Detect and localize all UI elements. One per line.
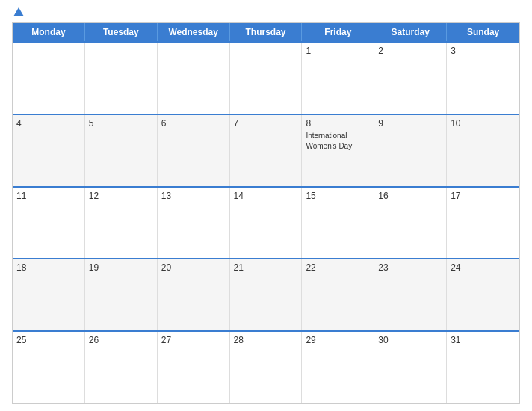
cal-header-cell: Sunday bbox=[447, 23, 519, 41]
day-number: 31 bbox=[451, 335, 516, 345]
cal-week: 11121314151617 bbox=[13, 186, 519, 259]
day-number: 22 bbox=[306, 262, 370, 273]
day-number: 2 bbox=[378, 46, 442, 56]
day-number: 5 bbox=[89, 118, 153, 129]
day-number: 8 bbox=[306, 118, 370, 129]
day-number: 13 bbox=[161, 191, 226, 201]
cal-cell: 6 bbox=[158, 115, 230, 186]
cal-cell: 15 bbox=[302, 188, 374, 259]
day-number: 18 bbox=[16, 262, 81, 273]
cal-week: 25262728293031 bbox=[13, 330, 519, 403]
day-number: 24 bbox=[451, 262, 516, 273]
day-number: 28 bbox=[234, 335, 298, 345]
cal-cell: 8International Women's Day bbox=[302, 115, 374, 186]
cal-week: 123 bbox=[13, 41, 519, 114]
cal-header-cell: Thursday bbox=[230, 23, 303, 41]
day-number: 7 bbox=[234, 118, 298, 129]
day-number: 23 bbox=[378, 262, 442, 273]
day-number: 15 bbox=[306, 191, 370, 201]
cal-cell: 20 bbox=[158, 259, 230, 330]
cal-cell: 23 bbox=[374, 259, 447, 330]
cal-cell: 19 bbox=[85, 259, 158, 330]
cal-header-cell: Saturday bbox=[374, 23, 447, 41]
cal-cell bbox=[158, 43, 230, 114]
cal-cell: 3 bbox=[447, 43, 519, 114]
cal-cell bbox=[230, 43, 303, 114]
cal-cell: 11 bbox=[13, 188, 85, 259]
cal-cell: 18 bbox=[13, 259, 85, 330]
cal-cell: 25 bbox=[13, 332, 85, 403]
day-number: 17 bbox=[451, 191, 516, 201]
cal-cell: 17 bbox=[447, 188, 519, 259]
day-number: 10 bbox=[451, 118, 516, 129]
cal-cell: 1 bbox=[302, 43, 374, 114]
cal-cell: 22 bbox=[302, 259, 374, 330]
day-number: 6 bbox=[161, 118, 226, 129]
cal-cell bbox=[85, 43, 158, 114]
cal-cell: 24 bbox=[447, 259, 519, 330]
day-number: 11 bbox=[16, 191, 81, 201]
day-number: 25 bbox=[16, 335, 81, 345]
cal-cell: 12 bbox=[85, 188, 158, 259]
cal-cell: 30 bbox=[374, 332, 447, 403]
header bbox=[12, 7, 520, 18]
day-number: 20 bbox=[161, 262, 226, 273]
calendar-header: MondayTuesdayWednesdayThursdayFridaySatu… bbox=[13, 23, 519, 41]
cal-cell: 27 bbox=[158, 332, 230, 403]
logo-triangle-icon bbox=[13, 7, 24, 16]
cal-cell: 26 bbox=[85, 332, 158, 403]
cal-header-cell: Friday bbox=[302, 23, 374, 41]
day-number: 16 bbox=[378, 191, 442, 201]
calendar-page: MondayTuesdayWednesdayThursdayFridaySatu… bbox=[0, 0, 532, 411]
cal-cell: 5 bbox=[85, 115, 158, 186]
cal-header-cell: Wednesday bbox=[158, 23, 230, 41]
cal-cell: 29 bbox=[302, 332, 374, 403]
event-label: International Women's Day bbox=[306, 132, 352, 150]
cal-cell: 7 bbox=[230, 115, 303, 186]
day-number: 26 bbox=[89, 335, 153, 345]
day-number: 3 bbox=[451, 46, 516, 56]
logo bbox=[12, 7, 24, 18]
day-number: 21 bbox=[234, 262, 298, 273]
day-number: 1 bbox=[306, 46, 370, 56]
day-number: 4 bbox=[16, 118, 81, 129]
cal-week: 45678International Women's Day910 bbox=[13, 114, 519, 186]
day-number: 27 bbox=[161, 335, 226, 345]
day-number: 29 bbox=[306, 335, 370, 345]
cal-cell: 31 bbox=[447, 332, 519, 403]
day-number: 19 bbox=[89, 262, 153, 273]
cal-cell: 10 bbox=[447, 115, 519, 186]
cal-cell: 16 bbox=[374, 188, 447, 259]
cal-cell: 4 bbox=[13, 115, 85, 186]
cal-header-cell: Tuesday bbox=[85, 23, 158, 41]
cal-cell: 14 bbox=[230, 188, 303, 259]
cal-cell bbox=[13, 43, 85, 114]
cal-cell: 21 bbox=[230, 259, 303, 330]
cal-header-cell: Monday bbox=[13, 23, 85, 41]
cal-cell: 9 bbox=[374, 115, 447, 186]
day-number: 30 bbox=[378, 335, 442, 345]
day-number: 14 bbox=[234, 191, 298, 201]
day-number: 9 bbox=[378, 118, 442, 129]
cal-cell: 28 bbox=[230, 332, 303, 403]
cal-week: 18192021222324 bbox=[13, 258, 519, 330]
cal-cell: 13 bbox=[158, 188, 230, 259]
cal-cell: 2 bbox=[374, 43, 447, 114]
day-number: 12 bbox=[89, 191, 153, 201]
calendar-body: 12345678International Women's Day9101112… bbox=[13, 41, 519, 403]
calendar: MondayTuesdayWednesdayThursdayFridaySatu… bbox=[12, 22, 520, 404]
